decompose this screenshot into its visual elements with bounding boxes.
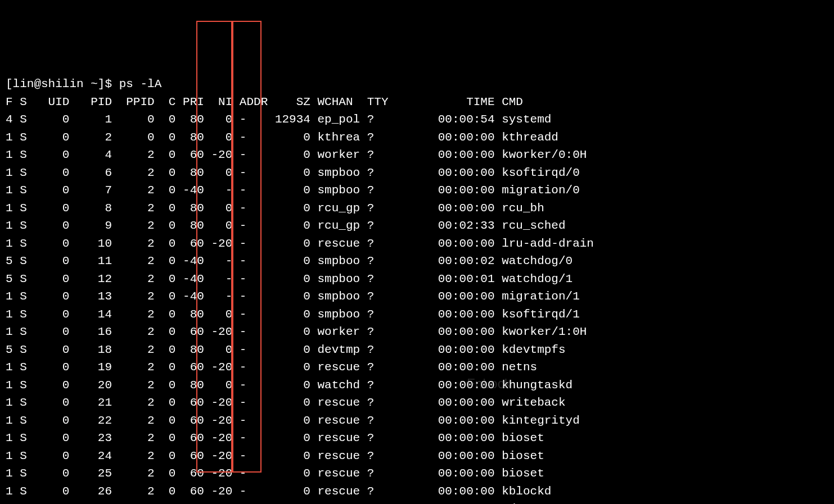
table-row: 1 S 0 14 2 0 80 0 - 0 smpboo ? 00:00:00 … [6,306,828,324]
table-row: 1 S 0 22 2 0 60 -20 - 0 rescue ? 00:00:0… [6,412,828,430]
table-row: 1 S 0 24 2 0 60 -20 - 0 rescue ? 00:00:0… [6,447,828,465]
table-row: 5 S 0 11 2 0 -40 - - 0 smpboo ? 00:00:02… [6,252,828,270]
table-row: 1 S 0 10 2 0 60 -20 - 0 rescue ? 00:00:0… [6,235,828,253]
table-row: 1 S 0 7 2 0 -40 - - 0 smpboo ? 00:00:00 … [6,181,828,199]
table-row: 1 S 0 6 2 0 80 0 - 0 smpboo ? 00:00:00 k… [6,164,828,182]
table-row: 1 S 0 4 2 0 60 -20 - 0 worker ? 00:00:00… [6,146,828,164]
table-row: 1 S 0 2 0 0 80 0 - 0 kthrea ? 00:00:00 k… [6,129,828,147]
table-row: 5 S 0 12 2 0 -40 - - 0 smpboo ? 00:00:01… [6,270,828,288]
table-row: 1 S 0 8 2 0 80 0 - 0 rcu_gp ? 00:00:00 r… [6,199,828,217]
table-row: 4 S 0 1 0 0 80 0 - 12934 ep_pol ? 00:00:… [6,111,828,129]
table-row: 1 S 0 27 2 0 60 -20 - 0 rescue ? 00:00:0… [6,500,828,504]
table-row: 1 S 0 25 2 0 60 -20 - 0 rescue ? 00:00:0… [6,465,828,483]
terminal-output: [lin@shilin ~]$ ps -lAF S UID PID PPID C… [6,75,828,504]
table-row: 1 S 0 26 2 0 60 -20 - 0 rescue ? 00:00:0… [6,483,828,501]
table-row: 1 S 0 16 2 0 60 -20 - 0 worker ? 00:00:0… [6,323,828,341]
command-prompt: [lin@shilin ~]$ ps -lA [6,75,828,93]
table-row: 1 S 0 20 2 0 80 0 - 0 watchd ? 00:00:00 … [6,376,828,394]
table-row: 1 S 0 21 2 0 60 -20 - 0 rescue ? 00:00:0… [6,394,828,412]
table-row: 5 S 0 18 2 0 80 0 - 0 devtmp ? 00:00:00 … [6,341,828,359]
table-row: 1 S 0 19 2 0 60 -20 - 0 rescue ? 00:00:0… [6,358,828,376]
table-row: 1 S 0 13 2 0 -40 - - 0 smpboo ? 00:00:00… [6,288,828,306]
table-row: 1 S 0 9 2 0 80 0 - 0 rcu_gp ? 00:02:33 r… [6,217,828,235]
table-header: F S UID PID PPID C PRI NI ADDR SZ WCHAN … [6,93,828,111]
table-row: 1 S 0 23 2 0 60 -20 - 0 rescue ? 00:00:0… [6,429,828,447]
